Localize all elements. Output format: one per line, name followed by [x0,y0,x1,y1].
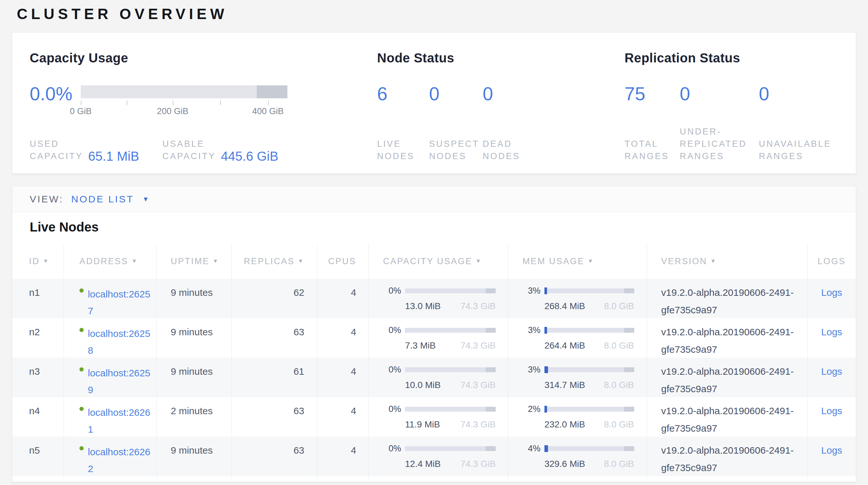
column-header-version[interactable]: VERSION▼ [647,244,808,279]
node-cpus-cell: 4 [317,358,369,397]
capacity-bar-end-segment [486,328,496,333]
node-live-status-icon [80,446,84,450]
memory-percent: 3% [523,286,540,296]
table-row: n3 localhost:26259 9 minutes 61 4 0% 10.… [12,358,856,397]
capacity-used-value: 13.0 MiB [405,301,441,311]
column-header-mem-usage[interactable]: MEM USAGE▼ [508,244,647,279]
table-body: n1 localhost:26257 9 minutes 62 4 0% 13.… [12,279,856,476]
node-live-status-icon [80,328,84,332]
node-logs-cell: Logs [808,358,856,397]
capacity-total-value: 74.3 GiB [461,380,496,390]
node-address-cell: localhost:26262 [64,436,157,476]
column-header-replicas[interactable]: REPLICAS▼ [232,244,318,279]
node-capacity-usage-cell: 0% 13.0 MiB 74.3 GiB [369,279,508,318]
node-id-cell: n4 [12,397,64,436]
unavailable-ranges-count: 0 [759,84,856,104]
logs-link[interactable]: Logs [821,405,842,416]
sort-caret-icon: ▼ [213,258,219,264]
node-replicas-cell: 61 [232,358,318,397]
node-capacity-usage-cell: 0% 11.9 MiB 74.3 GiB [369,397,508,436]
memory-bar-end-segment [624,446,634,451]
capacity-usage-section: Capacity Usage 0.0% 0 GiB 200 GiB 400 Gi… [30,51,377,173]
node-capacity-usage-cell: 0% 10.0 MiB 74.3 GiB [369,358,508,397]
replication-status-title: Replication Status [624,51,856,65]
table-row-partial [12,476,856,482]
capacity-bar [405,367,496,372]
capacity-axis-labels: 0 GiB 200 GiB 400 GiB [81,106,287,117]
node-replicas-cell: 62 [232,279,318,318]
memory-percent: 2% [523,404,540,414]
memory-used-value: 232.0 MiB [545,419,585,430]
node-address-link[interactable]: localhost:26261 [88,404,153,438]
column-header-capacity-usage[interactable]: CAPACITY USAGE▼ [369,244,508,279]
node-address-link[interactable]: localhost:26259 [88,365,153,398]
live-nodes-count: 6 [377,84,429,104]
memory-total-value: 8.0 GiB [604,419,634,430]
node-address-cell: localhost:26259 [64,358,157,397]
replication-status-section: Replication Status 75 0 0 TOTAL RANGES U… [624,51,856,173]
node-capacity-usage-cell: 0% 7.3 MiB 74.3 GiB [369,318,508,358]
memory-bar [545,446,634,451]
node-uptime-cell: 9 minutes [157,279,232,318]
table-header-row: ID▼ ADDRESS▼ UPTIME▼ REPLICAS▼ CPUS CAPA… [12,244,856,279]
node-version-cell: v19.2.0-alpha.20190606-2491-gfe735c9a97 [647,397,808,436]
capacity-usage-title: Capacity Usage [30,51,377,65]
logs-link[interactable]: Logs [821,366,842,377]
node-version-cell: v19.2.0-alpha.20190606-2491-gfe735c9a97 [647,358,808,397]
capacity-bar-end-segment [257,85,287,98]
used-capacity-stat: USED CAPACITY 65.1 MiB [30,138,162,162]
sort-caret-icon: ▼ [131,258,138,264]
memory-total-value: 8.0 GiB [604,340,634,351]
capacity-bar-chart: 0 GiB 200 GiB 400 GiB [81,85,287,117]
node-cpus-cell: 4 [317,397,369,436]
chevron-down-icon: ▼ [143,195,149,203]
logs-link[interactable]: Logs [821,445,842,456]
column-header-uptime[interactable]: UPTIME▼ [157,244,232,279]
node-address-link[interactable]: localhost:26257 [88,286,153,319]
logs-link[interactable]: Logs [821,326,842,337]
memory-used-value: 268.4 MiB [545,301,585,311]
memory-bar [545,367,634,372]
memory-bar-fill [545,287,547,294]
view-mode-dropdown[interactable]: NODE LIST ▼ [71,194,149,205]
node-replicas-cell: 63 [232,318,318,358]
column-header-address[interactable]: ADDRESS▼ [64,244,157,279]
capacity-bar [405,328,496,333]
total-ranges-count: 75 [624,84,680,104]
node-status-section: Node Status 6 0 0 LIVE NODES SUSPECT NOD… [377,51,624,173]
view-label: VIEW: [30,194,63,205]
suspect-nodes-label: SUSPECT NODES [429,138,483,162]
node-cpus-cell: 4 [317,279,369,318]
node-mem-usage-cell: 4% 329.6 MiB 8.0 GiB [508,436,647,476]
node-uptime-cell: 9 minutes [157,318,232,358]
sort-caret-icon: ▼ [43,258,50,264]
capacity-percent: 0% [383,286,401,296]
node-logs-cell: Logs [808,318,856,358]
node-address-link[interactable]: localhost:26258 [88,325,153,359]
capacity-bar-end-segment [486,407,496,411]
capacity-used-value: 10.0 MiB [405,380,441,390]
node-uptime-cell: 2 minutes [157,397,232,436]
capacity-used-value: 11.9 MiB [405,419,440,430]
under-replicated-ranges-count: 0 [680,84,759,104]
capacity-total-value: 74.3 GiB [461,301,496,311]
usable-capacity-value: 445.6 GiB [221,150,278,162]
capacity-bar [405,446,496,451]
node-status-title: Node Status [377,51,624,65]
axis-label-200: 200 GiB [157,106,189,116]
table-row: n5 localhost:26262 9 minutes 63 4 0% 12.… [12,436,856,476]
memory-used-value: 314.7 MiB [545,380,585,390]
node-id-cell: n2 [12,318,64,358]
node-uptime-cell: 9 minutes [157,358,232,397]
column-header-id[interactable]: ID▼ [12,244,64,279]
capacity-stats: USED CAPACITY 65.1 MiB USABLE CAPACITY 4… [30,138,377,162]
memory-used-value: 329.6 MiB [545,459,585,469]
logs-link[interactable]: Logs [821,287,842,298]
node-replicas-cell: 63 [232,397,318,436]
capacity-percent: 0% [383,365,401,375]
node-live-status-icon [80,288,84,293]
memory-bar-fill [545,406,547,412]
page-title: CLUSTER OVERVIEW [17,5,228,23]
node-address-link[interactable]: localhost:26262 [88,444,153,477]
used-capacity-value: 65.1 MiB [88,150,139,162]
